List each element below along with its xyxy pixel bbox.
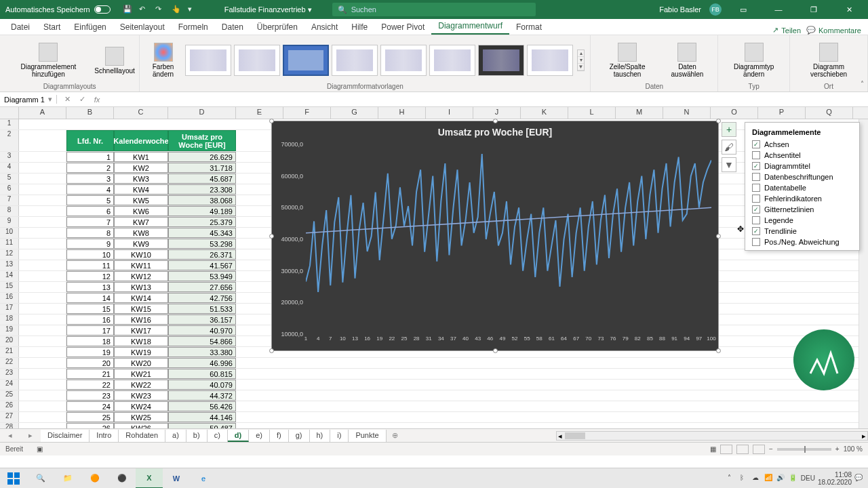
row-header-25[interactable]: 25 bbox=[0, 390, 19, 401]
cell-umsatz[interactable]: 51.533 bbox=[168, 304, 236, 314]
col-header-G[interactable]: G bbox=[331, 107, 378, 119]
comments-button[interactable]: 💬 Kommentare bbox=[806, 26, 861, 35]
flyout-item-diagrammtitel[interactable]: ✓Diagrammtitel bbox=[745, 161, 859, 171]
flyout-item-achsen[interactable]: ✓Achsen bbox=[745, 139, 859, 150]
page-layout-view-button[interactable] bbox=[736, 445, 749, 454]
vertical-scrollbar[interactable] bbox=[859, 119, 868, 428]
sheet-nav[interactable]: ◂▸ bbox=[0, 431, 41, 440]
change-colors-button[interactable]: Farben ändern bbox=[145, 43, 180, 78]
sheet-tab-f[interactable]: f) bbox=[270, 430, 289, 442]
cell-kw[interactable]: KW14 bbox=[114, 293, 168, 303]
sheet-tab-e[interactable]: e) bbox=[249, 430, 270, 442]
cell-umsatz[interactable]: 56.426 bbox=[168, 401, 236, 411]
checkbox-icon[interactable]: ✓ bbox=[752, 227, 760, 235]
cell-lfdnr[interactable]: 10 bbox=[66, 249, 114, 260]
row-header-5[interactable]: 5 bbox=[0, 174, 19, 184]
sheet-tab-a[interactable]: a) bbox=[165, 430, 186, 442]
tab-daten[interactable]: Daten bbox=[215, 20, 250, 35]
cell-kw[interactable]: KW12 bbox=[114, 271, 168, 281]
col-header-J[interactable]: J bbox=[473, 107, 521, 119]
zoom-level[interactable]: 100 % bbox=[844, 445, 863, 453]
save-icon[interactable]: 💾 bbox=[123, 5, 132, 14]
page-break-view-button[interactable] bbox=[753, 445, 765, 454]
flyout-item-posnegabweichung[interactable]: Pos./Neg. Abweichung bbox=[745, 237, 859, 247]
cell-lfdnr[interactable]: 15 bbox=[66, 304, 114, 314]
cell-lfdnr[interactable]: 1 bbox=[66, 152, 114, 162]
cell-umsatz[interactable]: 27.656 bbox=[168, 282, 236, 292]
cell-kw[interactable]: KW25 bbox=[114, 412, 168, 422]
style-thumb-2[interactable] bbox=[234, 45, 280, 76]
cell-kw[interactable]: KW15 bbox=[114, 304, 168, 314]
more-icon[interactable]: ▾ bbox=[188, 5, 197, 14]
row-header-13[interactable]: 13 bbox=[0, 260, 19, 270]
tab-diagrammentwurf[interactable]: Diagrammentwurf bbox=[431, 18, 509, 35]
cell-kw[interactable]: KW16 bbox=[114, 314, 168, 325]
cell-kw[interactable]: KW18 bbox=[114, 336, 168, 346]
checkbox-icon[interactable] bbox=[752, 238, 760, 246]
touch-icon[interactable]: 👆 bbox=[172, 5, 181, 14]
style-thumb-8[interactable] bbox=[527, 45, 573, 76]
checkbox-icon[interactable] bbox=[752, 216, 760, 224]
task-app-3[interactable]: ⚫ bbox=[108, 468, 136, 489]
chart-title[interactable]: Umsatz pro Woche [EUR] bbox=[272, 121, 718, 140]
cell-kw[interactable]: KW13 bbox=[114, 282, 168, 292]
cell-umsatz[interactable]: 38.068 bbox=[168, 195, 236, 205]
cell-lfdnr[interactable]: 25 bbox=[66, 412, 114, 422]
cell-umsatz[interactable]: 53.949 bbox=[168, 271, 236, 281]
tray-chevron-icon[interactable]: ˄ bbox=[728, 474, 737, 483]
row-header-1[interactable]: 1 bbox=[0, 119, 19, 129]
row-header-15[interactable]: 15 bbox=[0, 282, 19, 292]
style-thumb-7[interactable] bbox=[478, 45, 524, 76]
flyout-item-gitternetzlinien[interactable]: ✓Gitternetzlinien bbox=[745, 204, 859, 215]
cell-umsatz[interactable]: 45.687 bbox=[168, 174, 236, 184]
cell-umsatz[interactable]: 41.567 bbox=[168, 260, 236, 270]
flyout-item-achsentitel[interactable]: Achsentitel bbox=[745, 150, 859, 161]
cell-kw[interactable]: KW26 bbox=[114, 423, 168, 428]
col-header-I[interactable]: I bbox=[426, 107, 473, 119]
cell-umsatz[interactable]: 45.343 bbox=[168, 228, 236, 238]
worksheet-grid[interactable]: ABCDEFGHIJKLMNOPQ 12Lfd. Nr.Kalenderwoch… bbox=[0, 107, 868, 428]
sheet-tab-Intro[interactable]: Intro bbox=[90, 430, 119, 442]
cell-umsatz[interactable]: 49.189 bbox=[168, 206, 236, 216]
checkbox-icon[interactable] bbox=[752, 173, 760, 181]
col-header-N[interactable]: N bbox=[663, 107, 711, 119]
style-thumb-1[interactable] bbox=[185, 45, 231, 76]
row-header-14[interactable]: 14 bbox=[0, 271, 19, 281]
row-header-22[interactable]: 22 bbox=[0, 358, 19, 368]
sheet-tab-Punkte[interactable]: Punkte bbox=[349, 430, 386, 442]
select-data-button[interactable]: Daten auswählen bbox=[663, 43, 712, 78]
row-header-21[interactable]: 21 bbox=[0, 347, 19, 357]
task-excel[interactable]: X bbox=[136, 468, 163, 489]
display-settings-icon[interactable]: ▦ bbox=[710, 445, 716, 453]
style-thumb-5[interactable] bbox=[380, 45, 427, 76]
avatar[interactable]: FB bbox=[709, 3, 722, 16]
checkbox-icon[interactable] bbox=[752, 151, 760, 159]
record-macro-icon[interactable]: ▣ bbox=[37, 445, 43, 453]
cell-umsatz[interactable]: 46.996 bbox=[168, 358, 236, 368]
cell-kw[interactable]: KW5 bbox=[114, 195, 168, 205]
tray-time[interactable]: 11:08 bbox=[818, 471, 852, 479]
accept-formula-icon[interactable]: ✓ bbox=[76, 94, 88, 105]
row-header-19[interactable]: 19 bbox=[0, 325, 19, 336]
cell-kw[interactable]: KW2 bbox=[114, 163, 168, 173]
cell-lfdnr[interactable]: 24 bbox=[66, 401, 114, 411]
cell-lfdnr[interactable]: 3 bbox=[66, 174, 114, 184]
zoom-slider[interactable] bbox=[777, 448, 831, 451]
cell-kw[interactable]: KW3 bbox=[114, 174, 168, 184]
cell-umsatz[interactable]: 54.866 bbox=[168, 336, 236, 346]
cell-kw[interactable]: KW10 bbox=[114, 249, 168, 260]
sheet-tab-i[interactable]: i) bbox=[330, 430, 349, 442]
row-header-18[interactable]: 18 bbox=[0, 314, 19, 325]
zoom-in-button[interactable]: + bbox=[835, 445, 840, 453]
cell-umsatz[interactable]: 44.372 bbox=[168, 390, 236, 401]
style-thumb-6[interactable] bbox=[429, 45, 475, 76]
cell-umsatz[interactable]: 31.718 bbox=[168, 163, 236, 173]
flyout-item-fehlerindikatoren[interactable]: Fehlerindikatoren bbox=[745, 193, 859, 204]
cell-umsatz[interactable]: 42.756 bbox=[168, 293, 236, 303]
row-header-3[interactable]: 3 bbox=[0, 152, 19, 162]
row-header-6[interactable]: 6 bbox=[0, 184, 19, 195]
row-header-8[interactable]: 8 bbox=[0, 206, 19, 216]
share-button[interactable]: ↗ Teilen bbox=[772, 26, 801, 35]
col-header-H[interactable]: H bbox=[378, 107, 426, 119]
cell-umsatz[interactable]: 44.146 bbox=[168, 412, 236, 422]
